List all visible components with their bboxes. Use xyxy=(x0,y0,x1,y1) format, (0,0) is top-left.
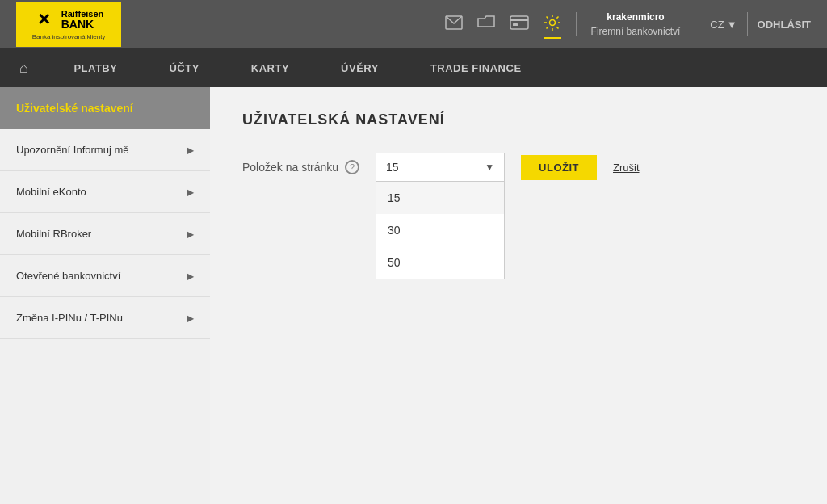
content-area: UŽIVATELSKÁ NASTAVENÍ Položek na stránku… xyxy=(210,87,827,504)
dropdown-menu: 15 30 50 xyxy=(376,182,505,279)
logo-subtitle: Banka inspirovaná klienty xyxy=(32,33,106,40)
sidebar-item-mobilni-ekonto[interactable]: Mobilní eKonto ▶ xyxy=(0,171,210,213)
dropdown-trigger[interactable]: 15 ▼ xyxy=(376,153,505,182)
folder-icon[interactable] xyxy=(477,15,495,34)
sidebar-item-otevrene-bankovnictvi[interactable]: Otevřené bankovnictví ▶ xyxy=(0,255,210,297)
svg-rect-3 xyxy=(510,16,528,29)
sidebar-arrow-mobilni-rbroker: ▶ xyxy=(187,229,194,240)
top-icons: krakenmicro Firemní bankovnictví CZ ▼ OD… xyxy=(445,10,811,39)
dropdown-option-15[interactable]: 15 xyxy=(376,182,504,214)
sidebar-arrow-mobilni-ekonto: ▶ xyxy=(187,187,194,198)
sidebar: Uživatelské nastavení Upozornění Informu… xyxy=(0,87,210,504)
svg-rect-5 xyxy=(513,23,518,26)
divider3 xyxy=(747,12,748,36)
sidebar-item-upozorneni[interactable]: Upozornění Informuj mě ▶ xyxy=(0,129,210,171)
sidebar-arrow-upozorneni: ▶ xyxy=(187,145,194,156)
save-button[interactable]: ULOŽIT xyxy=(521,155,597,180)
settings-label: Položek na stránku ? xyxy=(242,160,359,174)
gear-icon[interactable] xyxy=(544,14,561,36)
home-icon: ⌂ xyxy=(19,60,28,77)
bank-name: BANK xyxy=(61,19,104,31)
logo[interactable]: ✕ Raiffeisen BANK Banka inspirovaná klie… xyxy=(16,2,121,47)
sidebar-label-upozorneni: Upozornění Informuj mě xyxy=(16,144,128,156)
user-type: Firemní bankovnictví xyxy=(591,24,681,39)
divider2 xyxy=(695,12,695,36)
sidebar-item-zmena-pin[interactable]: Změna I-PINu / T-PINu ▶ xyxy=(0,297,210,339)
nav-platby[interactable]: PLATBY xyxy=(48,48,143,87)
nav-karty[interactable]: KARTY xyxy=(225,48,315,87)
nav-home[interactable]: ⌂ xyxy=(0,48,48,87)
dropdown-option-30[interactable]: 30 xyxy=(376,214,504,246)
language-selector[interactable]: CZ ▼ xyxy=(710,19,737,31)
nav-uvery[interactable]: ÚVĚRY xyxy=(315,48,405,87)
top-bar: ✕ Raiffeisen BANK Banka inspirovaná klie… xyxy=(0,0,827,48)
sidebar-arrow-zmena-pin: ▶ xyxy=(187,313,194,324)
language-label: CZ xyxy=(710,19,724,31)
sidebar-item-mobilni-rbroker[interactable]: Mobilní RBroker ▶ xyxy=(0,213,210,255)
settings-row: Položek na stránku ? 15 ▼ 15 30 50 xyxy=(242,153,795,182)
user-info: krakenmicro Firemní bankovnictví xyxy=(591,10,681,39)
sidebar-label-uzivatelske-nastaveni: Uživatelské nastavení xyxy=(16,102,133,115)
dropdown-selected-value: 15 xyxy=(386,161,399,174)
nav-bar: ⌂ PLATBY ÚČTY KARTY ÚVĚRY TRADE FINANCE xyxy=(0,48,827,87)
page-title: UŽIVATELSKÁ NASTAVENÍ xyxy=(242,111,795,128)
card-icon[interactable] xyxy=(510,15,529,34)
svg-text:✕: ✕ xyxy=(37,10,51,28)
sidebar-label-zmena-pin: Změna I-PINu / T-PINu xyxy=(16,312,123,324)
sidebar-label-mobilni-ekonto: Mobilní eKonto xyxy=(16,186,86,198)
nav-ucty[interactable]: ÚČTY xyxy=(143,48,225,87)
dropdown-wrapper: 15 ▼ 15 30 50 xyxy=(376,153,505,182)
sidebar-label-otevrene-bankovnictvi: Otevřené bankovnictví xyxy=(16,270,120,282)
main-container: Uživatelské nastavení Upozornění Informu… xyxy=(0,87,827,504)
dropdown-option-50[interactable]: 50 xyxy=(376,246,504,279)
cancel-link[interactable]: Zrušit xyxy=(613,162,640,174)
nav-trade-finance[interactable]: TRADE FINANCE xyxy=(405,48,548,87)
svg-point-6 xyxy=(549,19,555,25)
mail-icon[interactable] xyxy=(445,15,463,34)
divider xyxy=(576,12,577,36)
raiffeisen-logo-icon: ✕ xyxy=(34,9,57,32)
sidebar-item-uzivatelske-nastaveni[interactable]: Uživatelské nastavení xyxy=(0,87,210,129)
polozek-label: Položek na stránku xyxy=(242,161,338,174)
help-icon[interactable]: ? xyxy=(345,160,359,174)
lang-arrow-icon: ▼ xyxy=(727,19,737,31)
logout-button[interactable]: ODHLÁSIT xyxy=(758,19,811,31)
username: krakenmicro xyxy=(591,10,681,24)
dropdown-arrow-icon: ▼ xyxy=(485,162,494,173)
lang-logout: CZ ▼ ODHLÁSIT xyxy=(710,12,811,36)
sidebar-label-mobilni-rbroker: Mobilní RBroker xyxy=(16,228,91,240)
sidebar-arrow-otevrene-bankovnictvi: ▶ xyxy=(187,271,194,282)
